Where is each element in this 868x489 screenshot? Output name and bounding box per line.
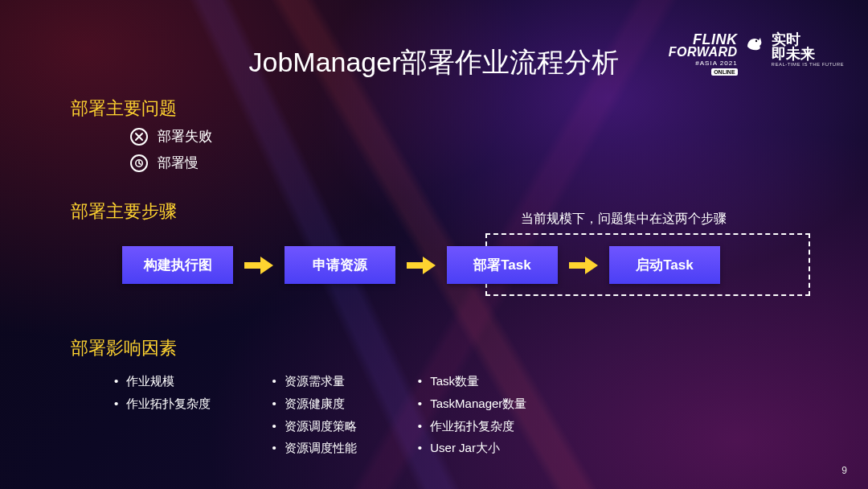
logo-cn2: 即未来 bbox=[772, 47, 844, 61]
flow-row: 构建执行图 申请资源 部署Task 启动Task bbox=[122, 246, 720, 284]
logo-cn1: 实时 bbox=[772, 32, 844, 47]
step-build-graph: 构建执行图 bbox=[122, 246, 233, 284]
step-start-task: 启动Task bbox=[609, 246, 720, 284]
list-item: Task数量 bbox=[418, 370, 526, 392]
section-heading-factors: 部署影响因素 bbox=[71, 336, 177, 360]
step-request-resources: 申请资源 bbox=[285, 246, 395, 284]
header-logo: FLINK FORWARD #ASIA 2021 ONLINE 实时 即未来 R… bbox=[669, 32, 844, 76]
list-item: 资源调度策略 bbox=[272, 415, 356, 438]
step-deploy-task: 部署Task bbox=[447, 246, 558, 284]
flink-squirrel-icon bbox=[744, 32, 764, 51]
factor-col-1: 作业规模 作业拓扑复杂度 bbox=[114, 370, 211, 415]
logo-cn-sub: REAL-TIME IS THE FUTURE bbox=[772, 62, 844, 67]
issue-row-fail: 部署失败 bbox=[130, 127, 212, 146]
factor-col-3: Task数量 TaskManager数量 作业拓扑复杂度 User Jar大小 bbox=[418, 370, 526, 459]
issue-slow-label: 部署慢 bbox=[158, 154, 199, 172]
logo-text-block: FLINK FORWARD #ASIA 2021 ONLINE bbox=[669, 32, 738, 76]
page-number: 9 bbox=[841, 465, 847, 476]
list-item: 资源健康度 bbox=[272, 392, 356, 415]
section-heading-issues: 部署主要问题 bbox=[71, 97, 177, 121]
flow-note: 当前规模下，问题集中在这两个步骤 bbox=[521, 211, 727, 228]
list-item: TaskManager数量 bbox=[418, 392, 526, 415]
logo-cn-block: 实时 即未来 REAL-TIME IS THE FUTURE bbox=[772, 32, 844, 67]
factor-col-2: 资源需求量 资源健康度 资源调度策略 资源调度性能 bbox=[272, 370, 356, 459]
arrow-right-icon bbox=[558, 255, 609, 276]
arrow-right-icon bbox=[395, 255, 447, 276]
logo-line2: FORWARD bbox=[669, 46, 738, 59]
list-item: User Jar大小 bbox=[418, 437, 526, 459]
slide-root: JobManager部署作业流程分析 FLINK FORWARD #ASIA 2… bbox=[0, 0, 868, 489]
list-item: 作业拓扑复杂度 bbox=[114, 392, 211, 415]
clock-icon bbox=[130, 154, 148, 172]
issue-row-slow: 部署慢 bbox=[130, 154, 212, 172]
issue-fail-label: 部署失败 bbox=[158, 127, 212, 146]
logo-asia: #ASIA 2021 bbox=[695, 60, 737, 67]
list-item: 资源需求量 bbox=[272, 370, 356, 392]
arrow-right-icon bbox=[233, 255, 285, 276]
issues-list: 部署失败 部署慢 bbox=[130, 127, 212, 172]
svg-point-0 bbox=[755, 40, 756, 42]
list-item: 作业拓扑复杂度 bbox=[418, 415, 526, 438]
logo-online-badge: ONLINE bbox=[711, 68, 737, 76]
list-item: 资源调度性能 bbox=[272, 437, 356, 459]
cross-icon bbox=[130, 128, 148, 146]
section-heading-steps: 部署主要步骤 bbox=[71, 199, 177, 224]
list-item: 作业规模 bbox=[114, 370, 211, 392]
factors-columns: 作业规模 作业拓扑复杂度 资源需求量 资源健康度 资源调度策略 资源调度性能 T… bbox=[114, 370, 526, 459]
